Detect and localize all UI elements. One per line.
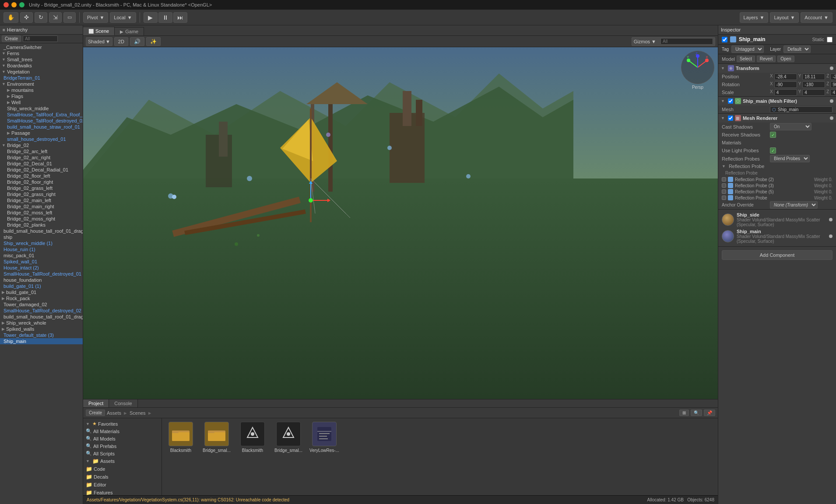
list-item[interactable]: Bridge_02_floor_right <box>0 179 83 185</box>
material-preview-ship-side[interactable] <box>722 214 734 226</box>
local-button[interactable]: Local▼ <box>110 12 136 23</box>
list-item[interactable]: House_ruin (1) <box>0 246 83 252</box>
settings-dot[interactable] <box>830 66 833 70</box>
rect-tool-button[interactable]: ▭ <box>63 12 76 23</box>
material-preview-ship-main[interactable] <box>722 230 734 242</box>
list-item[interactable]: Bridge_02_moss_left <box>0 210 83 216</box>
mat-dot-1[interactable] <box>829 218 832 221</box>
list-item[interactable]: ▼Environment <box>0 81 83 87</box>
mat-dot-2[interactable] <box>829 234 832 238</box>
list-item[interactable]: Bridge_02_Decal_01 <box>0 161 83 167</box>
account-dropdown[interactable]: Account▼ <box>801 12 832 23</box>
project-icon-btn[interactable]: ⊞ <box>679 410 689 416</box>
open-button[interactable]: Open <box>777 56 794 62</box>
list-item[interactable]: Ship_wreck_middle <box>0 105 83 112</box>
game-tab[interactable]: ▶ Game <box>115 27 144 35</box>
file-item-verylowres[interactable]: VeryLowRes-... <box>309 422 340 453</box>
mesh-filter-header[interactable]: ▼ ⬡ Ship_main (Mesh Filter) <box>718 97 836 105</box>
list-item[interactable]: Bridge_02_main_left <box>0 197 83 203</box>
list-item[interactable]: Bridge_02_arc_left <box>0 148 83 154</box>
probe-checkbox-4[interactable] <box>722 196 726 200</box>
hand-tool-button[interactable]: ✋ <box>4 12 18 23</box>
mesh-renderer-checkbox[interactable] <box>728 116 733 121</box>
file-item-bridge-folder[interactable]: Bridge_smal... <box>201 422 232 453</box>
rotate-tool-button[interactable]: ↻ <box>35 12 47 23</box>
list-item[interactable]: build_gate_01 (1) <box>0 283 83 289</box>
scale-y-input[interactable] <box>802 89 825 96</box>
scene-view[interactable]: X Y Z Persp <box>83 47 718 399</box>
rot-x-input[interactable] <box>774 81 797 88</box>
list-item[interactable]: ▶Passage <box>0 130 83 136</box>
transform-header[interactable]: ▼ ⊕ Transform <box>718 64 836 73</box>
project-search-btn[interactable]: 🔍 <box>691 410 702 416</box>
pause-button[interactable]: ⏸ <box>158 12 172 23</box>
list-item[interactable]: small_house_destroyed_01 <box>0 136 83 142</box>
list-item-ship-main[interactable]: Ship_main <box>0 338 83 344</box>
rot-z-input[interactable] <box>830 81 836 88</box>
move-tool-button[interactable]: ✜ <box>20 12 33 23</box>
assets-header[interactable]: ▼📁Assets <box>83 457 162 465</box>
list-item[interactable]: House_intact (2) <box>0 265 83 271</box>
scene-search-input[interactable] <box>660 38 713 45</box>
project-create-button[interactable]: Create <box>86 410 105 416</box>
scale-x-input[interactable] <box>774 89 797 96</box>
window-controls[interactable] <box>4 2 25 7</box>
list-item[interactable]: Bridge_02_grass_right <box>0 191 83 197</box>
list-item[interactable]: ▶mountains <box>0 87 83 93</box>
gizmos-dropdown[interactable]: Gizmos ▼ <box>632 37 715 46</box>
settings-dot-3[interactable] <box>830 116 833 120</box>
add-component-button[interactable]: Add Component <box>722 250 832 260</box>
shading-dropdown[interactable]: Shaded▼ <box>86 37 112 46</box>
scale-z-input[interactable] <box>830 89 836 96</box>
list-item[interactable]: Ship_wreck_middle (1) <box>0 240 83 246</box>
mesh-asset[interactable]: ⬡ Ship_main <box>770 106 832 113</box>
all-scripts-item[interactable]: 🔍All Scripts <box>83 450 162 457</box>
layer-dropdown[interactable]: Default <box>783 46 811 53</box>
list-item[interactable]: ▶Ship_wreck_whole <box>0 320 83 326</box>
list-item[interactable]: Bridge_02_Decal_Radial_01 <box>0 167 83 173</box>
all-models-item[interactable]: 🔍All Models <box>83 435 162 442</box>
pos-z-input[interactable] <box>830 74 836 80</box>
list-item[interactable]: build_small_house_tall_roof_01_dragon... <box>0 228 83 234</box>
hierarchy-create-button[interactable]: Create <box>2 35 21 42</box>
maximize-button[interactable] <box>19 2 25 7</box>
list-item[interactable]: SmallHouse_TallRoof_destroyed_01 (1) <box>0 271 83 277</box>
list-item[interactable]: ▶Flags <box>0 93 83 99</box>
list-item[interactable]: SmallHouse_TallRoof_Extra_Roof_dama... <box>0 112 83 118</box>
editor-item[interactable]: 📁Editor <box>83 481 162 489</box>
project-tab[interactable]: Project <box>83 399 109 407</box>
probe-checkbox-3[interactable] <box>722 189 726 194</box>
list-item[interactable]: build_small_house_tall_roof_01_dragon... <box>0 314 83 320</box>
list-item[interactable]: build_small_house_straw_roof_01 <box>0 124 83 130</box>
list-item[interactable]: ship <box>0 234 83 240</box>
static-checkbox[interactable] <box>827 37 832 42</box>
scene-canvas[interactable]: X Y Z Persp <box>83 47 718 399</box>
gizmo-widget[interactable]: X Y Z Persp <box>681 51 714 90</box>
layers-dropdown[interactable]: Layers▼ <box>740 12 769 23</box>
reflection-probes-dropdown[interactable]: Blend ProbesOffSimple <box>770 155 810 162</box>
minimize-button[interactable] <box>11 2 17 7</box>
mesh-renderer-header[interactable]: ▼ ▦ Mesh Renderer <box>718 114 836 122</box>
list-item[interactable]: SmallHouse_TallRoof_destroyed_02 <box>0 118 83 124</box>
file-item-bridge-unity[interactable]: Bridge_smal... <box>273 422 304 453</box>
obj-active-checkbox[interactable] <box>722 37 727 42</box>
list-item[interactable]: _CameraSwitcher <box>0 44 83 50</box>
settings-dot-2[interactable] <box>830 99 833 103</box>
layout-dropdown[interactable]: Layout▼ <box>770 12 799 23</box>
list-item[interactable]: ▶build_gate_01 <box>0 289 83 295</box>
tag-dropdown[interactable]: Untagged <box>731 46 764 53</box>
decals-item[interactable]: 📁Decals <box>83 473 162 481</box>
file-item-blacksmith-folder[interactable]: Blacksmith <box>165 422 196 453</box>
pos-y-input[interactable] <box>802 74 825 80</box>
hierarchy-search-input[interactable] <box>23 35 58 42</box>
probe-checkbox-1[interactable] <box>722 177 726 182</box>
project-pin-btn[interactable]: 📌 <box>704 410 715 416</box>
2d-button[interactable]: 2D <box>114 37 128 46</box>
receive-shadows-checkbox[interactable]: ✓ <box>770 132 776 138</box>
code-item[interactable]: 📁Code <box>83 465 162 473</box>
favorites-header[interactable]: ▼★Favorites <box>83 420 162 427</box>
list-item[interactable]: BridgeTerrain_01 <box>0 75 83 81</box>
list-item[interactable]: ▶Well <box>0 99 83 105</box>
list-item[interactable]: Bridge_02_planks <box>0 222 83 228</box>
list-item[interactable]: ▼Vegetation <box>0 69 83 75</box>
